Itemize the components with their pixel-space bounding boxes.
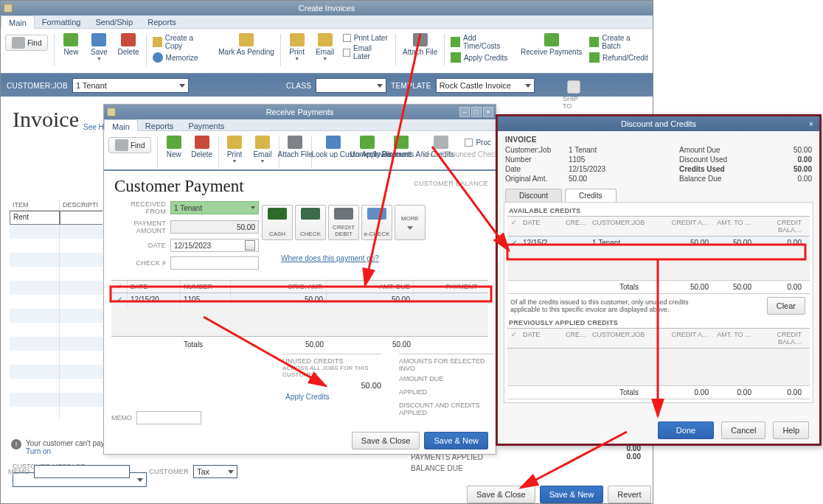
- print-later-check[interactable]: Print Later: [343, 34, 389, 42]
- memo-input[interactable]: [34, 465, 130, 478]
- new-icon: [167, 136, 181, 149]
- save-close-button[interactable]: Save & Close: [352, 432, 420, 449]
- tab-main[interactable]: Main: [104, 119, 138, 131]
- email-button[interactable]: Email▼: [249, 134, 276, 165]
- check-button[interactable]: CHECK: [295, 205, 326, 240]
- attach-file-button[interactable]: Attach File: [399, 32, 441, 57]
- table-row[interactable]: [10, 281, 103, 295]
- tab-main[interactable]: Main: [1, 15, 35, 29]
- see-history-link[interactable]: See Hi: [79, 98, 105, 131]
- memo-input[interactable]: [136, 411, 201, 424]
- tax-select[interactable]: Tax: [193, 465, 237, 478]
- refund-credit-button[interactable]: Refund/Credit: [589, 52, 648, 63]
- table-row[interactable]: [10, 267, 103, 281]
- template-select[interactable]: Rock Castle Invoice: [436, 78, 535, 93]
- table-row[interactable]: [10, 309, 103, 323]
- find-button[interactable]: Find: [5, 35, 48, 51]
- tab-credits[interactable]: Credits: [565, 189, 617, 202]
- cancel-button[interactable]: Cancel: [721, 421, 765, 439]
- new-button[interactable]: New: [58, 32, 84, 57]
- apply-credits-link[interactable]: Apply Credits: [285, 393, 329, 401]
- close-button[interactable]: ×: [806, 119, 816, 129]
- payment-destination-link[interactable]: Where does this payment go?: [281, 254, 379, 262]
- table-row[interactable]: [10, 407, 103, 421]
- email-dropdown-arrow[interactable]: ▼: [322, 56, 327, 61]
- apply-credits-button[interactable]: Apply Credits: [451, 52, 513, 63]
- turn-on-link[interactable]: Turn on: [26, 447, 114, 455]
- new-button[interactable]: New: [161, 134, 187, 160]
- dropdown-arrow[interactable]: ▼: [232, 158, 237, 164]
- print-button[interactable]: Print▼: [284, 32, 310, 63]
- table-row[interactable]: [10, 379, 103, 393]
- table-row[interactable]: [10, 393, 103, 407]
- delete-button[interactable]: Delete: [189, 134, 215, 160]
- memo-field: MEMO: [111, 411, 201, 424]
- save-new-button[interactable]: Save & New: [540, 486, 604, 503]
- date-input[interactable]: 12/15/2023: [170, 239, 259, 252]
- attach-file-button[interactable]: Attach File: [282, 134, 308, 160]
- table-row[interactable]: [10, 225, 103, 239]
- close-button[interactable]: ×: [483, 107, 493, 117]
- table-row[interactable]: [10, 337, 103, 351]
- print-icon: [227, 136, 242, 149]
- checkbox-icon: [465, 139, 473, 147]
- check-icon: [301, 208, 320, 220]
- save-new-button[interactable]: Save & New: [424, 432, 488, 449]
- save-button[interactable]: Save▼: [86, 32, 112, 63]
- receive-payments-button[interactable]: Receive Payments: [518, 32, 585, 57]
- minimize-button[interactable]: –: [459, 107, 470, 117]
- lookup-button[interactable]: Look up Customer/Invoice: [314, 134, 353, 160]
- save-dropdown-arrow[interactable]: ▼: [97, 56, 102, 61]
- customer-job-select[interactable]: 1 Tenant: [72, 78, 189, 93]
- check-number-input[interactable]: [170, 256, 259, 270]
- save-close-button[interactable]: Save & Close: [467, 486, 535, 503]
- email-button[interactable]: Email▼: [312, 32, 338, 63]
- maximize-button[interactable]: □: [471, 107, 482, 117]
- tab-formatting[interactable]: Formatting: [35, 15, 88, 28]
- tab-reports[interactable]: Reports: [140, 15, 184, 28]
- received-from-select[interactable]: 1 Tenant: [170, 201, 259, 214]
- time-credits-group: Add Time/Costs Apply Credits: [448, 32, 517, 63]
- create-batch-button[interactable]: Create a Batch: [589, 34, 648, 50]
- table-row[interactable]: Rent: [10, 211, 103, 225]
- memorize-button[interactable]: Memorize: [153, 52, 210, 63]
- discounts-credits-button[interactable]: Discounts And Credits: [382, 134, 420, 160]
- tab-reports[interactable]: Reports: [138, 119, 181, 130]
- clear-button[interactable]: Clear: [767, 297, 805, 315]
- tab-send-ship[interactable]: Send/Ship: [88, 15, 140, 28]
- table-row[interactable]: [10, 323, 103, 337]
- table-row[interactable]: ✓ 12/15/2… 1 Tenant 50.00 50.00 0.00: [507, 237, 810, 249]
- email-later-check[interactable]: Email Later: [343, 44, 389, 60]
- mark-pending-button[interactable]: Mark As Pending: [215, 32, 277, 57]
- table-row[interactable]: [10, 239, 103, 253]
- done-button[interactable]: Done: [658, 421, 714, 439]
- help-button[interactable]: Help: [773, 421, 809, 439]
- class-select[interactable]: [316, 78, 386, 93]
- delete-button[interactable]: Delete: [114, 32, 142, 57]
- unapply-button[interactable]: Un-Apply Payment: [354, 134, 381, 160]
- echeck-button[interactable]: e-CHECK: [361, 205, 392, 240]
- proc-check[interactable]: Proc: [462, 134, 496, 147]
- calendar-icon[interactable]: [245, 240, 255, 251]
- more-methods-button[interactable]: MORE: [395, 205, 426, 240]
- print-dropdown-arrow[interactable]: ▼: [294, 56, 299, 61]
- table-row[interactable]: [10, 351, 103, 365]
- add-time-costs-button[interactable]: Add Time/Costs: [451, 34, 513, 50]
- cash-button[interactable]: CASH: [262, 205, 293, 240]
- create-copy-button[interactable]: Create a Copy: [153, 34, 210, 50]
- dropdown-arrow[interactable]: ▼: [260, 158, 265, 164]
- print-button[interactable]: Print▼: [221, 134, 248, 165]
- table-row[interactable]: ✓ 12/15/20… 1105 50.00 50.00: [111, 293, 488, 306]
- payment-amount-input[interactable]: 50.00: [170, 220, 259, 234]
- find-button[interactable]: Find: [108, 137, 151, 153]
- credit-debit-button[interactable]: CREDIT DEBIT: [328, 205, 359, 240]
- dc-right-column: Amount Due50.00 Discount Used0.00 Credit…: [679, 146, 812, 183]
- revert-button[interactable]: Revert: [608, 486, 650, 503]
- tab-payments[interactable]: Payments: [181, 119, 232, 130]
- ci-ribbon: Find New Save▼ Delete Create a Copy Memo…: [1, 29, 653, 74]
- table-row[interactable]: [10, 295, 103, 309]
- table-row[interactable]: [10, 253, 103, 267]
- table-row[interactable]: [10, 365, 103, 379]
- create-invoices-title: Create Invoices: [299, 4, 355, 13]
- tab-discount[interactable]: Discount: [505, 189, 562, 202]
